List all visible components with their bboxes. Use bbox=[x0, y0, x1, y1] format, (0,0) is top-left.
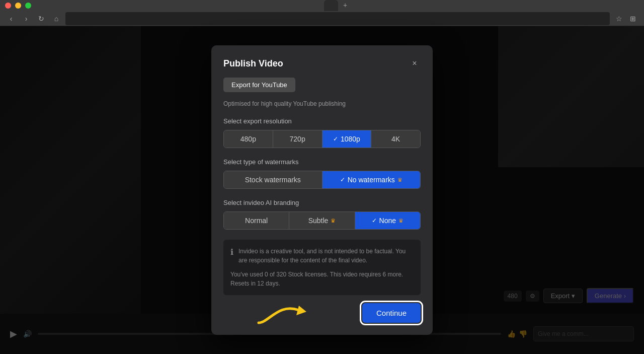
continue-button[interactable]: Continue bbox=[362, 303, 421, 323]
resolution-480p-btn[interactable]: 480p bbox=[224, 130, 273, 148]
no-watermarks-btn[interactable]: ✓ No watermarks ♛ bbox=[323, 171, 421, 188]
branding-none-label: None bbox=[379, 217, 396, 225]
back-button[interactable]: ‹ bbox=[5, 13, 17, 25]
resolution-1080p-btn[interactable]: ✓ 1080p bbox=[323, 130, 372, 148]
star-icon[interactable]: ☆ bbox=[613, 13, 625, 25]
modal-title: Publish Video bbox=[223, 58, 283, 69]
branding-none-btn[interactable]: ✓ None ♛ bbox=[355, 212, 420, 229]
resolution-720p-label: 720p bbox=[290, 135, 305, 143]
address-bar[interactable] bbox=[65, 12, 610, 25]
branding-none-check-icon: ✓ bbox=[372, 217, 377, 224]
content-area: ▶ 🔊 👍 👎 480 ⚙ Export ▾ Generate › Publis… bbox=[0, 26, 644, 354]
forward-button[interactable]: › bbox=[20, 13, 32, 25]
new-tab-button[interactable]: + bbox=[340, 0, 350, 10]
extensions-icon[interactable]: ⊞ bbox=[627, 13, 639, 25]
branding-subtle-crown-icon: ♛ bbox=[331, 218, 336, 224]
resolution-720p-btn[interactable]: 720p bbox=[273, 130, 323, 148]
close-traffic-light[interactable] bbox=[5, 3, 11, 9]
branding-subtle-label: Subtle bbox=[308, 217, 329, 225]
branding-normal-label: Normal bbox=[245, 217, 268, 225]
no-watermarks-check-icon: ✓ bbox=[340, 176, 345, 183]
reload-button[interactable]: ↻ bbox=[35, 13, 47, 25]
browser-chrome: + ‹ › ↻ ⌂ ☆ ⊞ bbox=[0, 0, 644, 26]
home-button[interactable]: ⌂ bbox=[50, 13, 62, 25]
modal-header: Publish Video × bbox=[223, 57, 421, 69]
info-text-2: You've used 0 of 320 Stock licenses. Thi… bbox=[230, 270, 414, 288]
watermark-section-label: Select type of watermarks bbox=[223, 158, 421, 166]
titlebar: + bbox=[0, 0, 644, 12]
resolution-section-label: Select export resolution bbox=[223, 117, 421, 125]
branding-section-label: Select invideo AI branding bbox=[223, 199, 421, 206]
no-watermarks-crown-icon: ♛ bbox=[397, 177, 403, 183]
publish-video-modal: Publish Video × Export for YouTube Optim… bbox=[211, 45, 433, 335]
branding-btn-group: Normal Subtle ♛ ✓ None ♛ bbox=[223, 211, 421, 230]
info-circle-icon: ℹ bbox=[230, 247, 233, 257]
export-for-youtube-tab[interactable]: Export for YouTube bbox=[223, 78, 295, 92]
minimize-traffic-light[interactable] bbox=[15, 3, 21, 9]
arrow-wrapper bbox=[254, 298, 324, 328]
info-row-1: ℹ Invideo is a creative tool, and is not… bbox=[230, 247, 414, 265]
info-box: ℹ Invideo is a creative tool, and is not… bbox=[223, 240, 421, 295]
resolution-btn-group: 480p 720p ✓ 1080p 4K bbox=[223, 130, 421, 148]
branding-normal-btn[interactable]: Normal bbox=[224, 212, 289, 229]
stock-watermarks-btn[interactable]: Stock watermarks bbox=[224, 171, 323, 188]
no-watermarks-label: No watermarks bbox=[348, 176, 395, 184]
export-tab-container: Export for YouTube bbox=[223, 78, 421, 96]
watermark-btn-group: Stock watermarks ✓ No watermarks ♛ bbox=[223, 171, 421, 189]
info-text-1: Invideo is a creative tool, and is not i… bbox=[238, 247, 414, 265]
resolution-480p-label: 480p bbox=[240, 135, 256, 143]
modal-subtitle: Optimised for high quality YouTube publi… bbox=[223, 100, 421, 107]
modal-footer: Continue bbox=[223, 303, 421, 323]
resolution-4k-btn[interactable]: 4K bbox=[371, 130, 420, 148]
modal-close-button[interactable]: × bbox=[409, 57, 421, 69]
maximize-traffic-light[interactable] bbox=[25, 3, 31, 9]
branding-none-crown-icon: ♛ bbox=[398, 218, 404, 224]
branding-subtle-btn[interactable]: Subtle ♛ bbox=[289, 212, 355, 229]
modal-backdrop: Publish Video × Export for YouTube Optim… bbox=[0, 26, 644, 354]
browser-toolbar-icons: ☆ ⊞ bbox=[613, 13, 639, 25]
resolution-1080p-check-icon: ✓ bbox=[333, 135, 338, 143]
resolution-4k-label: 4K bbox=[391, 135, 400, 143]
browser-tab[interactable] bbox=[324, 0, 338, 11]
browser-toolbar: ‹ › ↻ ⌂ ☆ ⊞ bbox=[0, 12, 644, 26]
stock-watermarks-label: Stock watermarks bbox=[245, 176, 301, 184]
resolution-1080p-label: 1080p bbox=[341, 135, 360, 143]
arrow-icon bbox=[254, 298, 324, 328]
svg-marker-0 bbox=[296, 306, 306, 315]
